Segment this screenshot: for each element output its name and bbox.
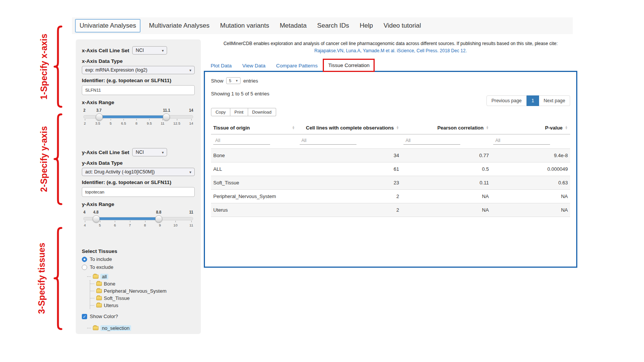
tree-node-peripheral-nervous-system[interactable]: Peripheral_Nervous_System — [90, 287, 195, 295]
page-length-select[interactable]: 5 ▾ — [226, 77, 241, 84]
tick-label: 5 — [98, 223, 102, 227]
tab-tissue-correlation[interactable]: Tissue Correlation — [323, 59, 375, 72]
sort-icon[interactable]: ▲▼ — [486, 126, 489, 130]
x-data-type-value: exp: mRNA Expression (log2) — [85, 67, 147, 73]
x-range-to-label: 11.1 — [163, 108, 170, 112]
y-range-track[interactable] — [83, 217, 193, 220]
cell-pearson: NA — [401, 203, 491, 217]
exclude-radio-row[interactable]: To exclude — [82, 264, 195, 270]
x-range-slider[interactable]: 2 3.7 11.1 14 2 3.5 5 6.5 8 9.5 11 12.5 … — [83, 108, 193, 125]
cellminercdb-page: 1-Specify x-axis 2-Specify y-axis 3-Spec… — [0, 0, 644, 362]
previous-page-button[interactable]: Previous page — [486, 95, 527, 106]
copy-button[interactable]: Copy — [211, 108, 230, 116]
x-range-bar — [99, 115, 166, 118]
tree-node-uterus[interactable]: Uterus — [90, 302, 195, 309]
tick-label: 7 — [128, 223, 131, 227]
tick-label: 9.5 — [147, 121, 152, 125]
col-header-cell-lines[interactable]: Cell lines with complete observations ▲▼ — [297, 122, 402, 134]
tab-view-data[interactable]: View Data — [237, 59, 271, 72]
cell-pearson: 0.5 — [401, 162, 491, 176]
table-header-row: Tissue of origin ▲▼ Cell lines with comp… — [211, 122, 570, 134]
show-label: Show — [211, 78, 224, 84]
print-button[interactable]: Print — [230, 108, 248, 116]
tree-connector — [87, 328, 91, 328]
x-range-handle-to[interactable] — [163, 113, 170, 120]
cell-pearson: 0.11 — [401, 176, 491, 190]
tick-label: 9 — [158, 223, 161, 227]
cell-tissue: Uterus — [211, 203, 297, 217]
next-page-button[interactable]: Next page — [539, 95, 570, 106]
folder-icon — [93, 326, 98, 330]
x-cell-line-set-select[interactable]: NCI ▾ — [132, 46, 167, 55]
x-identifier-label: Identifier: (e.g. topotecan or SLFN11) — [82, 78, 195, 83]
filter-pearson-input[interactable] — [403, 137, 460, 145]
table-filter-row — [211, 134, 570, 149]
x-data-type-label: x-Axis Data Type — [82, 58, 195, 64]
tab-compare-patterns[interactable]: Compare Patterns — [271, 59, 323, 72]
col-header-pearson-correlation[interactable]: Pearson correlation ▲▼ — [401, 122, 491, 134]
show-color-checkbox[interactable]: ✓ — [82, 314, 87, 319]
nav-tab-univariate-analyses[interactable]: Univariate Analyses — [75, 19, 141, 33]
sort-icon[interactable]: ▲▼ — [292, 126, 295, 130]
nav-tab-multivariate-analyses[interactable]: Multivariate Analyses — [144, 19, 215, 33]
y-range-bar — [96, 217, 159, 220]
y-range-handle-from[interactable] — [92, 215, 100, 222]
x-range-track[interactable] — [83, 115, 193, 119]
annotation-tissues: 3-Specify tissues — [37, 243, 47, 314]
y-identifier-label: Identifier: (e.g. topotecan or SLFN11) — [82, 179, 195, 185]
y-data-type-select[interactable]: act: Drug Activity (-log10[IC50M]) ▾ — [82, 168, 195, 176]
sort-icon[interactable]: ▲▼ — [565, 126, 568, 130]
tick-label: 4 — [83, 223, 86, 227]
y-range-to-label: 8.8 — [156, 210, 161, 214]
tick-label: 11 — [161, 121, 164, 125]
tree-node-soft-tissue[interactable]: Soft_Tissue — [90, 295, 195, 302]
folder-icon — [93, 275, 98, 279]
x-cell-line-set-label: x-Axis Cell Line Set — [82, 48, 129, 53]
nav-tab-help[interactable]: Help — [354, 19, 378, 33]
table-row: Uterus 2 NA NA — [211, 203, 570, 217]
folder-icon — [96, 282, 102, 286]
entries-label: entries — [243, 78, 258, 84]
include-radio[interactable] — [82, 257, 87, 262]
top-navbar: Univariate Analyses Multivariate Analyse… — [72, 17, 573, 34]
col-header-tissue-of-origin[interactable]: Tissue of origin ▲▼ — [211, 122, 297, 134]
download-button[interactable]: Download — [248, 108, 276, 116]
x-data-type-select[interactable]: exp: mRNA Expression (log2) ▾ — [82, 66, 195, 74]
cell-cell-lines: 23 — [297, 176, 402, 190]
include-radio-row[interactable]: To include — [82, 256, 195, 262]
filter-p-value-input[interactable] — [493, 137, 550, 145]
y-range-ticks: 4 5 6 7 8 9 10 11 — [83, 223, 193, 227]
cell-tissue: Peripheral_Nervous_System — [211, 190, 297, 203]
y-range-handle-to[interactable] — [155, 215, 162, 222]
x-range-from-label: 3.7 — [96, 108, 102, 112]
tree-node-label: Uterus — [104, 303, 118, 308]
nav-tab-search-ids[interactable]: Search IDs — [312, 19, 354, 33]
cell-cell-lines: 2 — [297, 190, 402, 203]
tick-label: 8 — [135, 121, 138, 125]
tab-plot-data[interactable]: Plot Data — [205, 59, 237, 72]
y-cell-line-set-select[interactable]: NCI ▾ — [132, 148, 167, 156]
show-color-row[interactable]: ✓ Show Color? — [82, 314, 195, 319]
col-header-label: Tissue of origin — [213, 125, 250, 131]
sort-icon[interactable]: ▲▼ — [396, 126, 399, 130]
select-tissues-title: Select Tissues — [82, 248, 195, 254]
citation-link[interactable]: Rajapakse.VN, Luna.A, Yamade.M et al. iS… — [204, 47, 577, 55]
filter-cell-lines-input[interactable] — [300, 137, 356, 145]
y-identifier-input[interactable] — [82, 187, 195, 197]
x-range-handle-from[interactable] — [95, 113, 103, 120]
nav-tab-mutation-variants[interactable]: Mutation variants — [215, 19, 274, 33]
filter-tissue-input[interactable] — [213, 137, 270, 145]
exclude-radio[interactable] — [82, 265, 87, 270]
tree-node-no-selection[interactable]: no_selection — [100, 325, 131, 331]
y-range-slider[interactable]: 4 4.8 8.8 11 4 5 6 7 8 9 10 11 — [83, 210, 193, 227]
nav-tab-metadata[interactable]: Metadata — [274, 19, 312, 33]
tree-node-all[interactable]: all — [100, 274, 108, 279]
tree-connector — [87, 276, 91, 277]
tick-label: 8 — [144, 223, 147, 227]
x-identifier-input[interactable] — [82, 85, 195, 95]
page-number-button[interactable]: 1 — [527, 95, 539, 106]
tree-node-bone[interactable]: Bone — [90, 280, 195, 287]
nav-tab-video-tutorial[interactable]: Video tutorial — [378, 19, 426, 33]
col-header-p-value[interactable]: P-value ▲▼ — [491, 122, 570, 134]
selection-tree: no_selection — [85, 325, 195, 332]
